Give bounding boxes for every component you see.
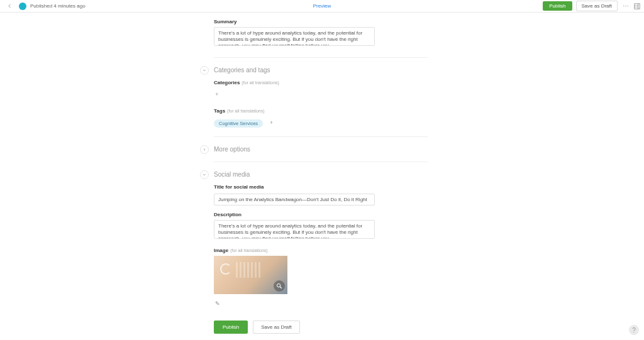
publish-button[interactable]: Publish <box>214 321 248 334</box>
avatar[interactable] <box>19 3 26 10</box>
social-image-thumbnail[interactable] <box>214 256 287 294</box>
section-title-categories-tags: Categories and tags <box>214 67 270 74</box>
social-image-label: Image (for all translations) <box>214 248 628 253</box>
svg-point-4 <box>277 284 280 287</box>
social-description-textarea[interactable] <box>214 220 375 239</box>
add-tag-button[interactable]: + <box>269 119 275 126</box>
preview-link[interactable]: Preview <box>313 3 331 9</box>
save-draft-button-top[interactable]: Save as Draft <box>576 1 618 11</box>
social-image-hint: (for all translations) <box>230 248 268 253</box>
section-title-more-options: More options <box>214 146 250 153</box>
add-category-button[interactable]: + <box>214 91 220 97</box>
divider <box>214 162 428 162</box>
svg-rect-0 <box>635 3 640 8</box>
top-bar: Published 4 minutes ago Preview Publish … <box>0 0 644 13</box>
tags-label: Tags (for all translations) <box>214 108 628 114</box>
publish-button-top[interactable]: Publish <box>543 1 572 11</box>
tags-label-text: Tags <box>214 108 225 114</box>
publish-status: Published 4 minutes ago <box>30 3 86 9</box>
chevron-right-icon[interactable] <box>200 145 209 154</box>
divider <box>214 57 428 58</box>
summary-label: Summary <box>214 19 628 25</box>
categories-label-text: Categories <box>214 80 240 85</box>
side-panel-toggle-icon[interactable] <box>634 1 640 12</box>
social-title-label: Title for social media <box>214 184 628 190</box>
social-title-input[interactable] <box>214 194 375 206</box>
summary-textarea[interactable] <box>214 27 375 46</box>
edit-image-icon[interactable]: ✎ <box>215 300 220 307</box>
chevron-down-icon[interactable] <box>200 170 209 179</box>
categories-hint: (for all translations) <box>242 80 279 85</box>
more-icon[interactable]: ⋯ <box>621 3 630 9</box>
magnify-icon[interactable] <box>274 280 285 292</box>
tag-pill[interactable]: Cognitive Services <box>214 119 263 128</box>
editor-content: Summary Categories and tags Categories (… <box>200 13 628 334</box>
section-title-social-media: Social media <box>214 171 250 178</box>
chevron-down-icon[interactable] <box>200 66 209 75</box>
help-icon[interactable]: ? <box>629 325 639 335</box>
social-image-label-text: Image <box>214 248 228 253</box>
save-draft-button[interactable]: Save as Draft <box>253 321 299 334</box>
tags-hint: (for all translations) <box>227 109 265 113</box>
categories-label: Categories (for all translations) <box>214 80 628 85</box>
social-description-label: Description <box>214 212 628 217</box>
back-button[interactable] <box>5 2 14 11</box>
svg-line-5 <box>280 287 282 288</box>
divider <box>214 136 428 137</box>
